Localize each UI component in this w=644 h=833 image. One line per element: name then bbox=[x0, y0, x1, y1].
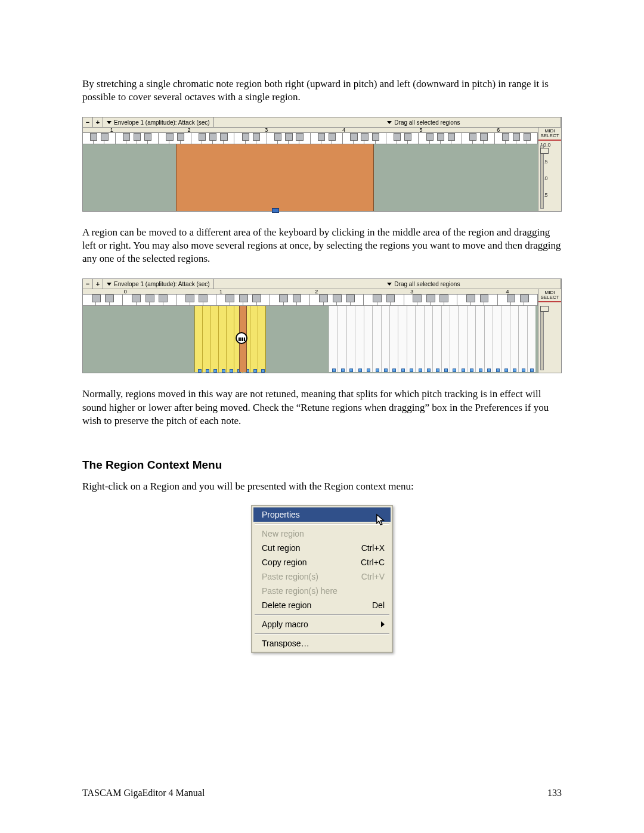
piano-black-key[interactable] bbox=[220, 133, 227, 141]
piano-black-key[interactable] bbox=[185, 295, 194, 302]
piano-white-key[interactable] bbox=[451, 133, 462, 144]
region-handle-dot[interactable] bbox=[462, 368, 465, 372]
piano-black-key[interactable] bbox=[159, 295, 168, 302]
piano-black-key[interactable] bbox=[426, 295, 435, 302]
region-handle-dot[interactable] bbox=[530, 368, 534, 372]
piano-black-key[interactable] bbox=[394, 133, 401, 141]
drag-mode-dropdown[interactable]: Drag all selected regions bbox=[383, 279, 561, 289]
piano-black-key[interactable] bbox=[101, 133, 108, 141]
piano-white-key[interactable] bbox=[104, 133, 115, 144]
zoom-in-button[interactable]: + bbox=[93, 117, 103, 127]
yellow-region-group[interactable] bbox=[194, 306, 266, 373]
midi-select-button[interactable]: MIDI SELECT bbox=[538, 289, 561, 302]
piano-black-key[interactable] bbox=[469, 133, 476, 141]
piano-white-key[interactable] bbox=[484, 133, 494, 144]
piano-black-key[interactable] bbox=[252, 295, 261, 302]
menu-item-delete-region[interactable]: Delete region Del bbox=[253, 598, 391, 612]
piano-white-key[interactable] bbox=[299, 133, 310, 144]
piano-black-key[interactable] bbox=[502, 133, 509, 141]
menu-item-transpose[interactable]: Transpose… bbox=[253, 636, 391, 651]
region-handle-dot[interactable] bbox=[470, 368, 473, 372]
piano-black-key[interactable] bbox=[386, 295, 395, 302]
region-handle-dot[interactable] bbox=[332, 368, 336, 372]
region-handle-dot[interactable] bbox=[479, 368, 482, 372]
menu-item-cut-region[interactable]: Cut region Ctrl+X bbox=[253, 541, 391, 555]
piano-white-key[interactable] bbox=[203, 295, 216, 305]
region-handle-dot[interactable] bbox=[222, 369, 225, 373]
piano-black-key[interactable] bbox=[350, 133, 357, 141]
piano-white-key[interactable] bbox=[163, 295, 177, 305]
piano-black-key[interactable] bbox=[466, 295, 475, 302]
piano-black-key[interactable] bbox=[132, 295, 141, 302]
parameter-dropdown[interactable]: Envelope 1 (amplitude): Attack (sec) bbox=[103, 279, 214, 289]
zoom-out-button[interactable]: − bbox=[83, 117, 93, 127]
drag-mode-dropdown[interactable]: Drag all selected regions bbox=[383, 117, 561, 127]
slider-thumb[interactable] bbox=[540, 306, 549, 312]
region-handle-dot[interactable] bbox=[504, 368, 508, 372]
piano-black-key[interactable] bbox=[373, 295, 382, 302]
piano-black-key[interactable] bbox=[448, 133, 455, 141]
region-area[interactable] bbox=[83, 306, 538, 373]
piano-white-key[interactable] bbox=[110, 295, 123, 305]
piano-black-key[interactable] bbox=[274, 133, 281, 141]
region-handle-dot[interactable] bbox=[213, 369, 217, 373]
piano-black-key[interactable] bbox=[413, 295, 422, 302]
region-handle-dot[interactable] bbox=[349, 368, 353, 372]
piano-black-key[interactable] bbox=[242, 133, 249, 141]
piano-black-key[interactable] bbox=[329, 133, 336, 141]
region-handle-dot[interactable] bbox=[427, 368, 431, 372]
piano-white-key[interactable] bbox=[257, 295, 270, 305]
menu-item-apply-macro[interactable]: Apply macro bbox=[253, 617, 391, 631]
piano-black-key[interactable] bbox=[524, 133, 531, 141]
region-handle-dot[interactable] bbox=[358, 368, 362, 372]
piano-black-key[interactable] bbox=[105, 295, 114, 302]
piano-black-key[interactable] bbox=[134, 133, 141, 141]
piano-black-key[interactable] bbox=[296, 133, 303, 141]
region-handle-dot[interactable] bbox=[261, 369, 265, 373]
region-handle-dot[interactable] bbox=[436, 368, 439, 372]
piano-black-key[interactable] bbox=[123, 133, 130, 141]
region-handle-dot[interactable] bbox=[444, 368, 448, 372]
piano-white-key[interactable] bbox=[297, 295, 310, 305]
piano-white-key[interactable] bbox=[391, 295, 404, 305]
menu-item-copy-region[interactable]: Copy region Ctrl+C bbox=[253, 555, 391, 569]
piano-black-key[interactable] bbox=[285, 133, 292, 141]
region-handle-dot[interactable] bbox=[410, 368, 413, 372]
region-handle-dot[interactable] bbox=[341, 368, 345, 372]
piano-keyboard[interactable] bbox=[83, 295, 538, 306]
parameter-dropdown[interactable]: Envelope 1 (amplitude): Attack (sec) bbox=[103, 117, 214, 127]
piano-white-key[interactable] bbox=[148, 133, 159, 144]
piano-black-key[interactable] bbox=[145, 295, 154, 302]
piano-black-key[interactable] bbox=[177, 133, 184, 141]
piano-black-key[interactable] bbox=[293, 295, 302, 302]
piano-black-key[interactable] bbox=[439, 295, 448, 302]
region-handle-dot[interactable] bbox=[392, 368, 396, 372]
piano-white-key[interactable] bbox=[224, 133, 234, 144]
piano-white-key[interactable] bbox=[484, 295, 497, 305]
piano-black-key[interactable] bbox=[361, 133, 368, 141]
piano-black-key[interactable] bbox=[426, 133, 434, 141]
zoom-out-button[interactable]: − bbox=[83, 279, 93, 289]
region-handle-dot[interactable] bbox=[487, 368, 491, 372]
piano-white-key[interactable] bbox=[444, 295, 457, 305]
piano-white-key[interactable] bbox=[256, 133, 267, 144]
zoom-in-button[interactable]: + bbox=[93, 279, 103, 289]
piano-black-key[interactable] bbox=[318, 133, 325, 141]
white-region-group[interactable] bbox=[329, 306, 535, 372]
region-handle-dot[interactable] bbox=[401, 368, 405, 372]
piano-black-key[interactable] bbox=[166, 133, 173, 141]
region-handle-dot[interactable] bbox=[376, 368, 379, 372]
piano-black-key[interactable] bbox=[480, 133, 487, 141]
region-handle-dot[interactable] bbox=[522, 368, 525, 372]
piano-white-key[interactable] bbox=[376, 133, 386, 144]
piano-black-key[interactable] bbox=[480, 295, 489, 302]
piano-black-key[interactable] bbox=[404, 133, 411, 141]
piano-black-key[interactable] bbox=[199, 133, 206, 141]
piano-black-key[interactable] bbox=[253, 133, 260, 141]
region-handle-dot[interactable] bbox=[367, 368, 370, 372]
piano-keyboard[interactable] bbox=[83, 133, 538, 144]
piano-black-key[interactable] bbox=[437, 133, 444, 141]
region-handle-dot[interactable] bbox=[198, 369, 202, 373]
piano-white-key[interactable] bbox=[524, 295, 537, 305]
piano-black-key[interactable] bbox=[507, 295, 516, 302]
